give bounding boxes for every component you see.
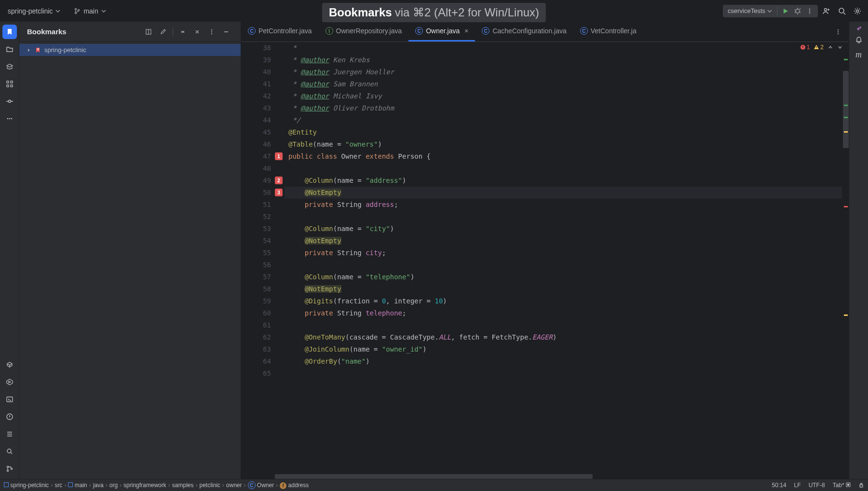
code-line[interactable]: */ (285, 114, 842, 126)
bookmarks-tree[interactable]: spring-petclinic (19, 42, 241, 479)
code-line[interactable]: private String city; (285, 247, 842, 259)
prev-highlight-icon[interactable] (827, 44, 833, 50)
expand-caret-icon[interactable] (26, 48, 32, 53)
breadcrumb-item[interactable]: samples (172, 482, 194, 489)
stripe-marker[interactable] (844, 206, 848, 207)
errors-count[interactable]: 1 (800, 44, 810, 51)
breadcrumbs[interactable]: spring-petclinic›src› main›java›org›spri… (4, 481, 769, 489)
horizontal-scrollbar-thumb[interactable] (275, 474, 593, 479)
code-line[interactable]: @OneToMany(cascade = CascadeType.ALL, fe… (285, 331, 842, 343)
editor-tab[interactable]: CCacheConfiguration.java (475, 22, 573, 41)
database-tool-button[interactable] (2, 357, 17, 372)
run-configuration[interactable]: cserviceTests (723, 5, 818, 17)
breadcrumb-item[interactable]: spring-petclinic (4, 482, 49, 489)
delete-button[interactable] (190, 25, 204, 39)
more-icon[interactable] (806, 8, 813, 14)
inspection-widget[interactable]: 1 2 (800, 44, 843, 51)
code-line[interactable]: * @author Ken Krebs (285, 54, 842, 66)
commit-tool-button[interactable] (2, 94, 17, 109)
code-line[interactable]: @Column(name = "city") (285, 223, 842, 235)
stripe-marker[interactable] (844, 131, 848, 133)
structure-tool-button[interactable] (2, 77, 17, 91)
code-line[interactable]: * (285, 42, 842, 54)
maven-tool-button[interactable]: m (855, 50, 862, 60)
debug-icon[interactable] (794, 7, 801, 15)
bookmarks-root-node[interactable]: spring-petclinic (19, 44, 241, 56)
code-line[interactable]: @Entity (285, 126, 842, 138)
breadcrumb-item[interactable]: owner (226, 482, 242, 489)
terminal-tool-button[interactable] (2, 392, 17, 407)
code-line[interactable]: private String telephone; (285, 307, 842, 319)
editor-tab[interactable]: COwner.java× (408, 22, 475, 41)
breadcrumb-item[interactable]: main (68, 482, 87, 489)
next-highlight-icon[interactable] (837, 44, 843, 50)
learn-tool-button[interactable] (2, 59, 17, 74)
breadcrumb-item[interactable]: org (109, 482, 118, 489)
code-line[interactable]: @OrderBy("name") (285, 355, 842, 368)
breadcrumb-item[interactable]: springframework (123, 482, 166, 489)
breadcrumb-item[interactable]: petclinic (199, 482, 220, 489)
bookmark-marker[interactable]: 3 (275, 189, 283, 196)
tabs-more-button[interactable] (831, 25, 845, 39)
code-line[interactable]: * @author Juergen Hoeller (285, 66, 842, 78)
code-line[interactable]: * @author Sam Brannen (285, 78, 842, 90)
code-line[interactable]: @NotEmpty (285, 283, 842, 295)
find-tool-button[interactable] (2, 444, 17, 459)
code-editor[interactable]: 1 2 383940414243444546474849505152535455… (241, 42, 849, 479)
code-line[interactable]: @Table(name = "owners") (285, 138, 842, 150)
code-content[interactable]: * * @author Ken Krebs * @author Juergen … (285, 42, 842, 479)
run-icon[interactable] (782, 8, 789, 14)
code-line[interactable]: @NotEmpty (285, 187, 842, 199)
code-line[interactable]: * @author Oliver Drotbohm (285, 102, 842, 114)
line-separator[interactable]: LF (794, 482, 801, 489)
code-with-me-icon[interactable] (820, 4, 833, 18)
code-line[interactable]: public class Owner extends Person { (285, 150, 842, 163)
stripe-marker[interactable] (844, 59, 848, 60)
breadcrumb-item[interactable]: java (93, 482, 104, 489)
stripe-marker[interactable] (844, 314, 848, 316)
stripe-marker[interactable] (844, 117, 848, 118)
vertical-scrollbar-thumb[interactable] (843, 71, 849, 148)
ai-assistant-button[interactable] (854, 25, 863, 33)
settings-icon[interactable] (851, 4, 864, 18)
services-tool-button[interactable] (2, 375, 17, 389)
vcs-branch-selector[interactable]: main (70, 5, 109, 17)
file-encoding[interactable]: UTF-8 (809, 482, 825, 489)
horizontal-scrollbar[interactable] (275, 474, 842, 479)
bookmark-gutter[interactable] (241, 42, 251, 479)
problems-tool-button[interactable] (2, 409, 17, 424)
vcs-tool-button[interactable] (2, 462, 17, 476)
bookmark-marker[interactable]: 1 (275, 152, 283, 160)
project-tool-button[interactable] (2, 42, 17, 56)
code-line[interactable]: @Digits(fraction = 0, integer = 10) (285, 295, 842, 307)
code-line[interactable] (285, 163, 842, 175)
caret-position[interactable]: 50:14 (772, 482, 787, 489)
code-line[interactable] (285, 319, 842, 331)
code-line[interactable] (285, 211, 842, 223)
code-line[interactable]: @Column(name = "address") (285, 175, 842, 187)
code-line[interactable]: * @author Michael Isvy (285, 90, 842, 102)
bookmarks-tool-button[interactable] (2, 25, 17, 39)
notifications-button[interactable] (855, 36, 863, 44)
options-button[interactable] (205, 25, 218, 39)
hide-button[interactable] (219, 25, 233, 39)
breadcrumb-item[interactable]: f address (280, 482, 309, 489)
close-icon[interactable]: × (464, 27, 468, 35)
editor-tab[interactable]: CVetController.ja (573, 22, 643, 41)
bookmark-marker[interactable]: 2 (275, 177, 283, 184)
expand-collapse-button[interactable] (176, 25, 190, 39)
project-selector[interactable]: spring-petclinic (4, 5, 64, 17)
code-line[interactable]: @JoinColumn(name = "owner_id") (285, 343, 842, 355)
code-line[interactable]: @NotEmpty (285, 235, 842, 247)
warnings-count[interactable]: 2 (814, 44, 824, 51)
error-stripe[interactable] (842, 42, 849, 479)
marker-gutter[interactable]: 123 (275, 42, 285, 479)
code-line[interactable] (285, 368, 842, 380)
edit-button[interactable] (156, 25, 170, 39)
todo-tool-button[interactable] (2, 427, 17, 441)
editor-tab[interactable]: CPetController.java (241, 22, 319, 41)
editor-tab[interactable]: IOwnerRepository.java (319, 22, 409, 41)
readonly-toggle-icon[interactable] (858, 482, 864, 488)
search-icon[interactable] (835, 4, 849, 18)
line-number-gutter[interactable]: 3839404142434445464748495051525354555657… (251, 42, 275, 479)
